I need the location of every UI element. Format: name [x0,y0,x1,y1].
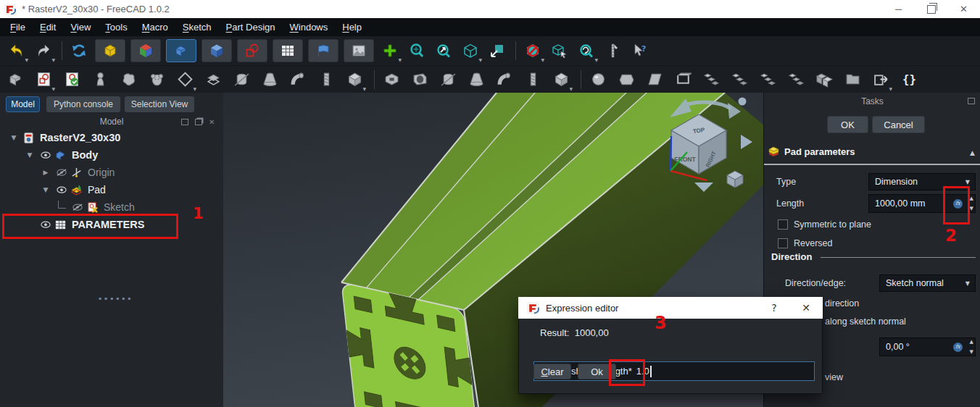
spin-arrows[interactable]: ▲▼ [970,196,973,211]
validate-sketch-button[interactable] [61,69,83,91]
dropdown-caret-icon[interactable]: ▼ [193,86,196,91]
revolution-button[interactable] [231,69,252,91]
menu-item-sketch[interactable]: Sketch [175,20,219,35]
minimize-button[interactable]: ─ [882,0,915,18]
menu-item-file[interactable]: File [3,20,33,35]
dialog-titlebar[interactable]: Expression editor ? ✕ [518,297,823,319]
additive-helix-button[interactable] [315,69,337,91]
expand-open-icon[interactable]: ▼ [38,186,54,193]
isometric-view-button[interactable]: ▼ [460,40,481,62]
dropdown-caret-icon[interactable]: ▼ [594,57,598,62]
subtractive-loft-button[interactable] [465,69,487,91]
create-sketch-button[interactable]: ▼ [33,69,54,91]
dropdown-caret-icon[interactable]: ▼ [398,57,402,62]
dropdown-caret-icon[interactable]: ▼ [541,57,544,62]
cancel-button[interactable]: Cancel [872,116,925,133]
expression-input[interactable]: Spreadsheet.tLength* 1.0 [533,361,815,381]
nav-dot-icon[interactable] [739,98,747,106]
taper-angle-spinbox[interactable]: 0,00 ° fx ▲▼ [879,337,976,356]
tree-item-rasterv2-30x30[interactable]: ▼RasterV2_30x30 [0,129,223,146]
zoom-fit-all-button[interactable] [406,40,428,62]
tab-python-console[interactable]: Python console [46,96,120,112]
collapse-section-icon[interactable]: ▲ [970,149,975,156]
length-spinbox[interactable]: 1000,00 mm fx ▲▼ [868,194,976,213]
panel-splitter-handle[interactable]: ▪▪▪▪▪▪ [99,295,133,301]
align-to-plane-button[interactable] [486,40,508,62]
boolean-button[interactable] [813,69,835,91]
restore-button[interactable] [915,0,947,18]
subtractive-helix-button[interactable] [522,69,544,91]
menu-item-tools[interactable]: Tools [98,20,134,35]
refresh-button[interactable] [68,40,90,62]
dropdown-caret-icon[interactable]: ▼ [51,57,55,62]
spin-arrows[interactable]: ▲▼ [970,339,973,355]
reversed-checkbox[interactable] [778,238,788,248]
dialog-help-button[interactable]: ? [763,297,785,319]
dialog-close-button[interactable]: ✕ [795,297,817,319]
ok-button[interactable]: OK [827,116,868,133]
clear-button[interactable]: Clear [533,364,571,379]
annotation-flag-button[interactable] [308,39,339,62]
expand-open-icon[interactable]: ▼ [6,134,22,141]
close-button[interactable]: ✕ [947,0,980,18]
tab-model[interactable]: Model [6,96,40,112]
dropdown-caret-icon[interactable]: ▼ [889,86,892,91]
check-geometry-button[interactable] [89,69,111,91]
visibility-eye-off-icon[interactable] [54,169,70,176]
part-cube-button[interactable] [202,39,232,62]
subtractive-box-button[interactable]: ▼ [550,69,572,91]
expression-icon[interactable]: fx [953,343,963,352]
pad-button[interactable] [202,69,224,91]
thickness-button[interactable] [672,69,694,91]
shapebinder-button[interactable] [117,69,139,91]
tree-item-parameters[interactable]: PARAMETERS [0,216,223,233]
fillet-button[interactable] [587,69,609,91]
clipping-plane-button[interactable]: ▼ [522,40,544,62]
visibility-eye-icon[interactable] [54,186,70,193]
tasks-dock-icon[interactable] [968,98,975,104]
dropdown-caret-icon[interactable]: ▼ [25,57,28,62]
dock-close-icon[interactable]: ✕ [209,119,215,125]
menu-item-view[interactable]: View [63,20,98,35]
expression-icon[interactable]: fx [953,199,963,209]
expression-braces-button[interactable]: {} [898,69,920,91]
zoom-to-selection-button[interactable] [433,40,454,62]
visibility-eye-off-icon[interactable] [70,204,86,211]
dialog-ok-button[interactable]: Ok [578,364,616,379]
undo-button[interactable]: ▼ [6,40,28,62]
menu-item-edit[interactable]: Edit [33,20,63,35]
tree-item-sketch[interactable]: Sketch [0,198,223,216]
pocket-button[interactable] [381,69,402,91]
redo-button[interactable]: ▼ [33,40,54,62]
multitransform-button[interactable] [785,69,807,91]
tree-item-origin[interactable]: ▶Origin [0,164,223,181]
subtractive-pipe-button[interactable] [494,69,515,91]
dropdown-caret-icon[interactable]: ▼ [51,86,55,91]
measure-button[interactable] [602,40,624,62]
chamfer-button[interactable] [615,69,637,91]
box-zoom-button[interactable] [549,40,570,62]
create-body-button[interactable] [4,69,26,91]
dropdown-caret-icon[interactable]: ▼ [569,86,573,91]
dock-float-icon[interactable] [195,119,202,125]
workbench-box-button[interactable] [95,39,125,62]
polar-pattern-button[interactable] [757,69,778,91]
draft-shapes-button[interactable] [237,39,267,62]
type-combo[interactable]: Dimension ▼ [868,173,976,190]
tree-item-pad[interactable]: ▼Pad [0,181,223,198]
additive-pipe-button[interactable] [287,69,309,91]
workbench-partdesign-button[interactable] [166,39,196,62]
clone-button[interactable] [146,69,167,91]
expand-closed-icon[interactable]: ▶ [38,169,54,176]
hole-button[interactable] [409,69,431,91]
workbench-cube-colored-button[interactable] [130,39,161,62]
visibility-eye-icon[interactable] [38,221,54,228]
dropdown-caret-icon[interactable]: ▼ [362,86,366,91]
symmetric-checkbox[interactable] [778,219,788,230]
groove-button[interactable] [437,69,459,91]
share-export-button[interactable]: ▼ [870,69,892,91]
menu-item-help[interactable]: Help [335,20,369,35]
dock-collapse-icon[interactable] [181,119,188,125]
mirrored-button[interactable] [728,69,750,91]
menu-item-windows[interactable]: Windows [283,20,336,35]
